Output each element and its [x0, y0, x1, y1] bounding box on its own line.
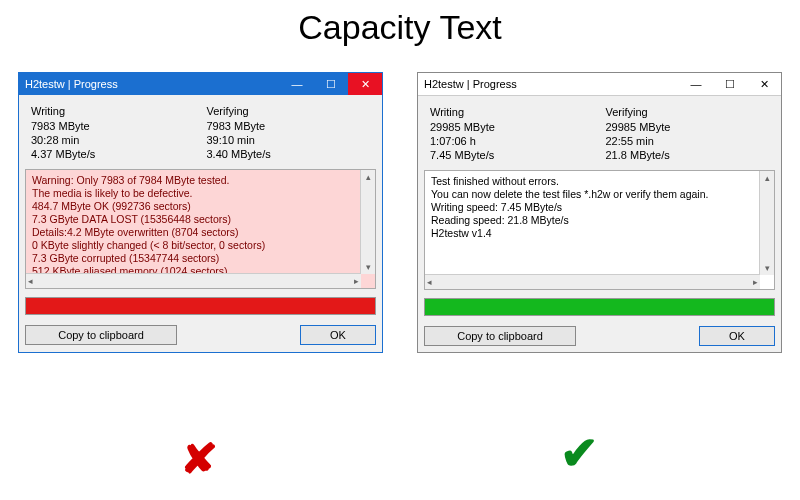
writing-label: Writing — [430, 106, 594, 118]
log-line: Writing speed: 7.45 MByte/s — [431, 201, 768, 214]
log-line: The media is likely to be defective. — [32, 187, 369, 200]
minimize-button[interactable]: — — [280, 73, 314, 95]
copy-to-clipboard-button[interactable]: Copy to clipboard — [25, 325, 177, 345]
verifying-time: 22:55 min — [606, 134, 770, 148]
verifying-time: 39:10 min — [207, 133, 371, 147]
writing-time: 1:07:06 h — [430, 134, 594, 148]
writing-rate: 7.45 MByte/s — [430, 148, 594, 162]
ok-button[interactable]: OK — [699, 326, 775, 346]
verifying-column: Verifying 29985 MByte 22:55 min 21.8 MBy… — [600, 102, 776, 166]
scroll-up-icon: ▴ — [366, 172, 371, 182]
log-line: 0 KByte slightly changed (< 8 bit/sector… — [32, 239, 369, 252]
titlebar: H2testw | Progress — ☐ ✕ — [418, 73, 781, 96]
scroll-down-icon: ▾ — [366, 262, 371, 272]
maximize-button[interactable]: ☐ — [314, 73, 348, 95]
close-button[interactable]: ✕ — [348, 73, 382, 95]
verifying-label: Verifying — [606, 106, 770, 118]
minimize-button[interactable]: — — [679, 73, 713, 95]
vertical-scrollbar[interactable]: ▴▾ — [759, 171, 774, 275]
writing-rate: 4.37 MByte/s — [31, 147, 195, 161]
log-line: Test finished without errors. — [431, 175, 768, 188]
verifying-size: 29985 MByte — [606, 120, 770, 134]
log-line: H2testw v1.4 — [431, 227, 768, 240]
writing-size: 7983 MByte — [31, 119, 195, 133]
writing-size: 29985 MByte — [430, 120, 594, 134]
vertical-scrollbar[interactable]: ▴▾ — [360, 170, 375, 274]
dialog-body: Writing 29985 MByte 1:07:06 h 7.45 MByte… — [418, 96, 781, 352]
writing-column: Writing 29985 MByte 1:07:06 h 7.45 MByte… — [424, 102, 600, 166]
scroll-left-icon: ◂ — [427, 277, 432, 287]
log-line: 7.3 GByte corrupted (15347744 sectors) — [32, 252, 369, 265]
button-row: Copy to clipboard OK — [424, 326, 775, 346]
log-output: Test finished without errors. You can no… — [424, 170, 775, 290]
scroll-up-icon: ▴ — [765, 173, 770, 183]
page-title: Capacity Text — [0, 8, 800, 47]
writing-column: Writing 7983 MByte 30:28 min 4.37 MByte/… — [25, 101, 201, 165]
log-line: Details:4.2 MByte overwritten (8704 sect… — [32, 226, 369, 239]
close-button[interactable]: ✕ — [747, 73, 781, 95]
maximize-button[interactable]: ☐ — [713, 73, 747, 95]
verifying-size: 7983 MByte — [207, 119, 371, 133]
writing-time: 30:28 min — [31, 133, 195, 147]
metrics-row: Writing 29985 MByte 1:07:06 h 7.45 MByte… — [424, 102, 775, 166]
log-line: 7.3 GByte DATA LOST (15356448 sectors) — [32, 213, 369, 226]
ok-button[interactable]: OK — [300, 325, 376, 345]
progress-bar — [25, 297, 376, 315]
log-output: Warning: Only 7983 of 7984 MByte tested.… — [25, 169, 376, 289]
window-title: H2testw | Progress — [418, 78, 679, 90]
dialog-pass: H2testw | Progress — ☐ ✕ Writing 29985 M… — [417, 72, 782, 353]
metrics-row: Writing 7983 MByte 30:28 min 4.37 MByte/… — [25, 101, 376, 165]
verifying-rate: 21.8 MByte/s — [606, 148, 770, 162]
log-line: Warning: Only 7983 of 7984 MByte tested. — [32, 174, 369, 187]
scroll-right-icon: ▸ — [753, 277, 758, 287]
log-line: Reading speed: 21.8 MByte/s — [431, 214, 768, 227]
dialog-fail: H2testw | Progress — ☐ ✕ Writing 7983 MB… — [18, 72, 383, 353]
log-line: You can now delete the test files *.h2w … — [431, 188, 768, 201]
progress-bar — [424, 298, 775, 316]
button-row: Copy to clipboard OK — [25, 325, 376, 345]
log-line: 484.7 MByte OK (992736 sectors) — [32, 200, 369, 213]
titlebar: H2testw | Progress — ☐ ✕ — [19, 73, 382, 95]
window-title: H2testw | Progress — [19, 78, 280, 90]
verifying-rate: 3.40 MByte/s — [207, 147, 371, 161]
scroll-down-icon: ▾ — [765, 263, 770, 273]
writing-label: Writing — [31, 105, 195, 117]
verifying-column: Verifying 7983 MByte 39:10 min 3.40 MByt… — [201, 101, 377, 165]
horizontal-scrollbar[interactable]: ◂▸ — [425, 274, 760, 289]
scroll-left-icon: ◂ — [28, 276, 33, 286]
verifying-label: Verifying — [207, 105, 371, 117]
horizontal-scrollbar[interactable]: ◂▸ — [26, 273, 361, 288]
copy-to-clipboard-button[interactable]: Copy to clipboard — [424, 326, 576, 346]
fail-mark-icon: ✘ — [180, 435, 219, 484]
pass-mark-icon: ✔ — [560, 426, 599, 480]
scroll-right-icon: ▸ — [354, 276, 359, 286]
dialog-body: Writing 7983 MByte 30:28 min 4.37 MByte/… — [19, 95, 382, 352]
